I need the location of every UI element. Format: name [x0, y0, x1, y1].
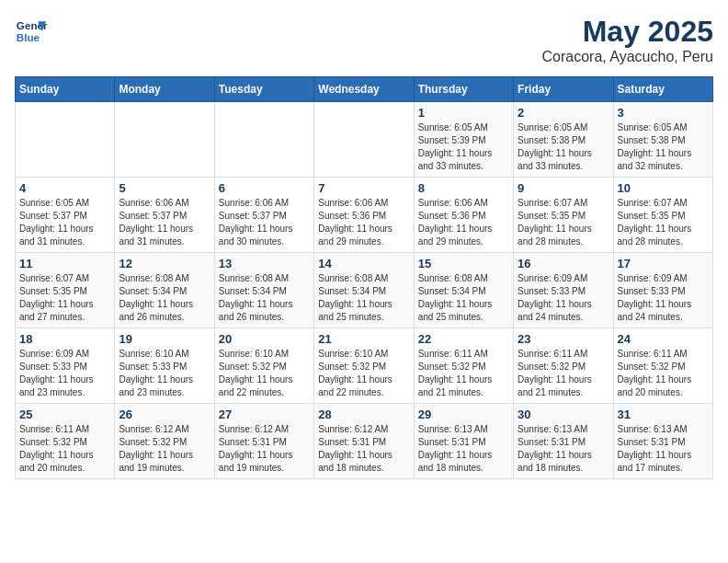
day-info: Sunrise: 6:05 AM Sunset: 5:38 PM Dayligh…: [618, 121, 709, 173]
day-info: Sunrise: 6:11 AM Sunset: 5:32 PM Dayligh…: [518, 348, 609, 399]
calendar-cell: [16, 102, 115, 178]
day-info: Sunrise: 6:09 AM Sunset: 5:33 PM Dayligh…: [518, 272, 609, 324]
logo-icon: General Blue: [15, 15, 48, 48]
weekday-header-thursday: Thursday: [414, 77, 513, 102]
day-info: Sunrise: 6:09 AM Sunset: 5:33 PM Dayligh…: [618, 272, 709, 324]
day-number: 27: [219, 408, 310, 421]
day-info: Sunrise: 6:12 AM Sunset: 5:32 PM Dayligh…: [119, 423, 210, 475]
day-info: Sunrise: 6:13 AM Sunset: 5:31 PM Dayligh…: [618, 423, 709, 475]
day-number: 28: [318, 408, 409, 421]
day-number: 19: [119, 332, 210, 346]
calendar-cell: 5Sunrise: 6:06 AM Sunset: 5:37 PM Daylig…: [115, 178, 214, 253]
day-number: 23: [518, 332, 609, 346]
calendar-week-row: 18Sunrise: 6:09 AM Sunset: 5:33 PM Dayli…: [16, 328, 713, 404]
calendar-cell: 1Sunrise: 6:05 AM Sunset: 5:39 PM Daylig…: [414, 102, 513, 178]
calendar-cell: 20Sunrise: 6:10 AM Sunset: 5:32 PM Dayli…: [214, 328, 313, 404]
calendar-cell: 30Sunrise: 6:13 AM Sunset: 5:31 PM Dayli…: [514, 404, 613, 479]
weekday-header-tuesday: Tuesday: [214, 77, 313, 102]
title-area: May 2025 Coracora, Ayacucho, Peru: [542, 15, 713, 65]
calendar-cell: 9Sunrise: 6:07 AM Sunset: 5:35 PM Daylig…: [514, 178, 613, 253]
calendar-cell: 29Sunrise: 6:13 AM Sunset: 5:31 PM Dayli…: [414, 404, 513, 479]
day-info: Sunrise: 6:07 AM Sunset: 5:35 PM Dayligh…: [19, 272, 110, 324]
weekday-header-row: SundayMondayTuesdayWednesdayThursdayFrid…: [16, 77, 713, 102]
day-number: 30: [518, 408, 609, 421]
calendar-cell: 13Sunrise: 6:08 AM Sunset: 5:34 PM Dayli…: [214, 253, 313, 328]
calendar-cell: 17Sunrise: 6:09 AM Sunset: 5:33 PM Dayli…: [613, 253, 712, 328]
calendar-body: 1Sunrise: 6:05 AM Sunset: 5:39 PM Daylig…: [16, 102, 713, 479]
day-info: Sunrise: 6:08 AM Sunset: 5:34 PM Dayligh…: [318, 272, 409, 324]
day-info: Sunrise: 6:06 AM Sunset: 5:36 PM Dayligh…: [318, 197, 409, 248]
calendar-header: SundayMondayTuesdayWednesdayThursdayFrid…: [16, 77, 713, 102]
calendar-cell: [115, 102, 214, 178]
day-info: Sunrise: 6:13 AM Sunset: 5:31 PM Dayligh…: [518, 423, 609, 475]
day-number: 3: [618, 106, 709, 120]
calendar-cell: 18Sunrise: 6:09 AM Sunset: 5:33 PM Dayli…: [16, 328, 115, 404]
calendar-cell: 25Sunrise: 6:11 AM Sunset: 5:32 PM Dayli…: [16, 404, 115, 479]
day-info: Sunrise: 6:08 AM Sunset: 5:34 PM Dayligh…: [219, 272, 310, 324]
weekday-header-wednesday: Wednesday: [314, 77, 414, 102]
day-info: Sunrise: 6:13 AM Sunset: 5:31 PM Dayligh…: [418, 423, 509, 475]
day-info: Sunrise: 6:06 AM Sunset: 5:37 PM Dayligh…: [119, 197, 210, 248]
calendar-cell: 14Sunrise: 6:08 AM Sunset: 5:34 PM Dayli…: [314, 253, 414, 328]
day-info: Sunrise: 6:06 AM Sunset: 5:36 PM Dayligh…: [418, 197, 509, 248]
day-info: Sunrise: 6:05 AM Sunset: 5:38 PM Dayligh…: [518, 121, 609, 173]
day-number: 31: [618, 408, 709, 421]
weekday-header-monday: Monday: [115, 77, 214, 102]
day-number: 2: [518, 106, 609, 120]
calendar-week-row: 4Sunrise: 6:05 AM Sunset: 5:37 PM Daylig…: [16, 178, 713, 253]
day-number: 21: [318, 332, 409, 346]
calendar-cell: 8Sunrise: 6:06 AM Sunset: 5:36 PM Daylig…: [414, 178, 513, 253]
calendar-cell: 28Sunrise: 6:12 AM Sunset: 5:31 PM Dayli…: [314, 404, 414, 479]
calendar-cell: 7Sunrise: 6:06 AM Sunset: 5:36 PM Daylig…: [314, 178, 414, 253]
calendar-cell: 10Sunrise: 6:07 AM Sunset: 5:35 PM Dayli…: [613, 178, 712, 253]
day-info: Sunrise: 6:11 AM Sunset: 5:32 PM Dayligh…: [618, 348, 709, 399]
day-info: Sunrise: 6:10 AM Sunset: 5:32 PM Dayligh…: [219, 348, 310, 399]
day-info: Sunrise: 6:10 AM Sunset: 5:32 PM Dayligh…: [318, 348, 409, 399]
calendar-cell: 6Sunrise: 6:06 AM Sunset: 5:37 PM Daylig…: [214, 178, 313, 253]
calendar-cell: 2Sunrise: 6:05 AM Sunset: 5:38 PM Daylig…: [514, 102, 613, 178]
calendar-cell: 24Sunrise: 6:11 AM Sunset: 5:32 PM Dayli…: [613, 328, 712, 404]
day-info: Sunrise: 6:12 AM Sunset: 5:31 PM Dayligh…: [318, 423, 409, 475]
logo: General Blue: [15, 15, 48, 48]
day-number: 24: [618, 332, 709, 346]
day-info: Sunrise: 6:10 AM Sunset: 5:33 PM Dayligh…: [119, 348, 210, 399]
day-info: Sunrise: 6:08 AM Sunset: 5:34 PM Dayligh…: [418, 272, 509, 324]
day-number: 11: [19, 257, 110, 270]
calendar-cell: [314, 102, 414, 178]
weekday-header-sunday: Sunday: [16, 77, 115, 102]
day-number: 29: [418, 408, 509, 421]
day-info: Sunrise: 6:05 AM Sunset: 5:39 PM Dayligh…: [418, 121, 509, 173]
day-number: 15: [418, 257, 509, 270]
calendar-cell: 26Sunrise: 6:12 AM Sunset: 5:32 PM Dayli…: [115, 404, 214, 479]
calendar-cell: 11Sunrise: 6:07 AM Sunset: 5:35 PM Dayli…: [16, 253, 115, 328]
day-number: 7: [318, 181, 409, 195]
day-number: 13: [219, 257, 310, 270]
day-info: Sunrise: 6:11 AM Sunset: 5:32 PM Dayligh…: [418, 348, 509, 399]
calendar-cell: 23Sunrise: 6:11 AM Sunset: 5:32 PM Dayli…: [514, 328, 613, 404]
svg-text:Blue: Blue: [17, 31, 40, 43]
day-number: 4: [19, 181, 110, 195]
day-info: Sunrise: 6:06 AM Sunset: 5:37 PM Dayligh…: [219, 197, 310, 248]
day-info: Sunrise: 6:07 AM Sunset: 5:35 PM Dayligh…: [618, 197, 709, 248]
day-number: 26: [119, 408, 210, 421]
day-number: 10: [618, 181, 709, 195]
day-number: 1: [418, 106, 509, 120]
day-number: 5: [119, 181, 210, 195]
weekday-header-saturday: Saturday: [613, 77, 712, 102]
day-number: 17: [618, 257, 709, 270]
calendar-week-row: 11Sunrise: 6:07 AM Sunset: 5:35 PM Dayli…: [16, 253, 713, 328]
day-number: 22: [418, 332, 509, 346]
calendar-week-row: 25Sunrise: 6:11 AM Sunset: 5:32 PM Dayli…: [16, 404, 713, 479]
calendar-cell: 15Sunrise: 6:08 AM Sunset: 5:34 PM Dayli…: [414, 253, 513, 328]
calendar-cell: 3Sunrise: 6:05 AM Sunset: 5:38 PM Daylig…: [613, 102, 712, 178]
day-info: Sunrise: 6:12 AM Sunset: 5:31 PM Dayligh…: [219, 423, 310, 475]
calendar-cell: 22Sunrise: 6:11 AM Sunset: 5:32 PM Dayli…: [414, 328, 513, 404]
day-number: 8: [418, 181, 509, 195]
calendar-cell: 4Sunrise: 6:05 AM Sunset: 5:37 PM Daylig…: [16, 178, 115, 253]
calendar-cell: 31Sunrise: 6:13 AM Sunset: 5:31 PM Dayli…: [613, 404, 712, 479]
main-title: May 2025: [542, 15, 713, 49]
subtitle: Coracora, Ayacucho, Peru: [542, 49, 713, 65]
day-number: 6: [219, 181, 310, 195]
day-info: Sunrise: 6:07 AM Sunset: 5:35 PM Dayligh…: [518, 197, 609, 248]
weekday-header-friday: Friday: [514, 77, 613, 102]
